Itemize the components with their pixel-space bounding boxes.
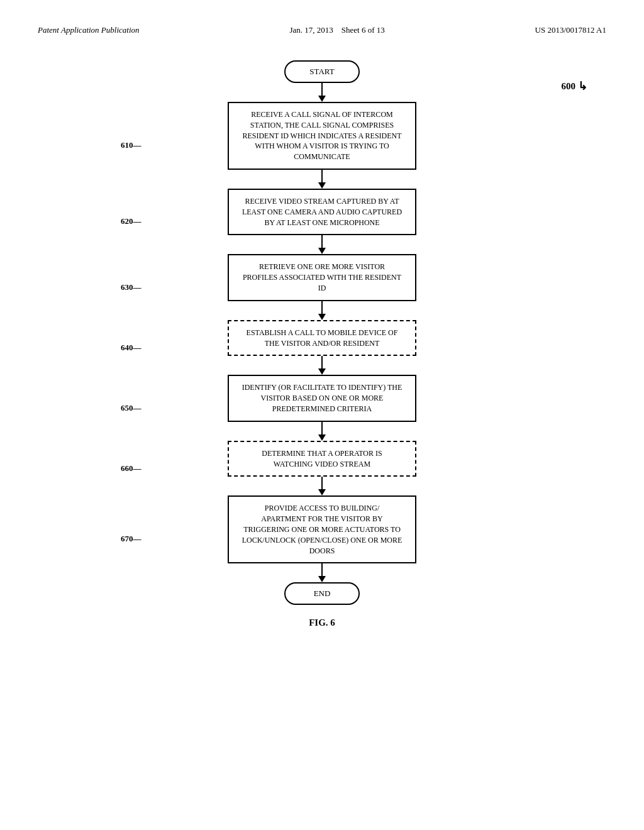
step-620-shape: RECEIVE VIDEO STREAM CAPTURED BY AT LEAS… — [228, 189, 416, 235]
arrow-6 — [318, 477, 326, 495]
step-630-row: 630— RETRIEVE ONE ORE MORE VISITOR PROFI… — [165, 254, 479, 319]
step-660-row: 660— DETERMINE THAT A OPERATOR IS WATCHI… — [165, 441, 479, 496]
step-620-block: RECEIVE VIDEO STREAM CAPTURED BY AT LEAS… — [165, 189, 479, 254]
start-shape: START — [284, 60, 360, 83]
step-620-number: 620 — [121, 216, 133, 226]
fig-reference: 600 ↳ — [562, 79, 588, 93]
step-660-label-container: 660— — [121, 463, 142, 473]
end-label: END — [314, 589, 331, 598]
step-640-number: 640 — [121, 343, 133, 352]
fig-reference-number: 600 — [562, 81, 576, 92]
end-block: END — [165, 582, 479, 605]
start-label: START — [309, 67, 334, 76]
step-630-text: RETRIEVE ONE ORE MORE VISITOR PROFILES A… — [243, 262, 401, 292]
arrow-head-6 — [318, 489, 326, 495]
arrow-head-4 — [318, 368, 326, 375]
arrow-1 — [318, 170, 326, 189]
step-640-row: 640— ESTABLISH A CALL TO MOBILE DEVICE O… — [165, 320, 479, 375]
step-660-text: DETERMINE THAT A OPERATOR IS WATCHING VI… — [262, 449, 382, 468]
fig-reference-arrow: ↳ — [578, 79, 587, 93]
arrow-head-5 — [318, 434, 326, 441]
arrow-2 — [318, 235, 326, 254]
patent-number: US 2013/0017812 A1 — [535, 25, 606, 35]
fig-caption: FIG. 6 — [309, 617, 335, 628]
arrow-head-0 — [318, 96, 326, 102]
fig-caption-text: FIG. 6 — [309, 617, 335, 628]
step-640-block: ESTABLISH A CALL TO MOBILE DEVICE OF THE… — [165, 320, 479, 375]
arrow-head-1 — [318, 182, 326, 189]
step-630-label-container: 630— — [121, 282, 142, 292]
arrow-4 — [318, 356, 326, 375]
step-610-text: RECEIVE A CALL SIGNAL OF INTERCOM STATIO… — [242, 110, 401, 161]
step-620-label-container: 620— — [121, 216, 142, 226]
arrow-head-3 — [318, 314, 326, 320]
page: Patent Application Publication Jan. 17, … — [0, 0, 644, 830]
header-right: US 2013/0017812 A1 — [535, 25, 606, 35]
flow-wrapper: START 610— RECEIVE A CALL SIGNAL OF INTE… — [165, 60, 479, 605]
arrow-5 — [318, 422, 326, 441]
arrow-head-7 — [318, 576, 326, 582]
step-620-text: RECEIVE VIDEO STREAM CAPTURED BY AT LEAS… — [242, 197, 402, 227]
arrow-line-1 — [321, 170, 323, 182]
step-670-number: 670 — [121, 534, 133, 543]
step-660-number: 660 — [121, 463, 133, 473]
arrow-3 — [318, 301, 326, 320]
step-630-block: RETRIEVE ONE ORE MORE VISITOR PROFILES A… — [165, 254, 479, 319]
arrow-head-2 — [318, 248, 326, 254]
step-670-label-container: 670— — [121, 534, 142, 544]
step-640-shape: ESTABLISH A CALL TO MOBILE DEVICE OF THE… — [228, 320, 416, 357]
arrow-line-4 — [321, 356, 323, 368]
step-640-label-container: 640— — [121, 343, 142, 353]
step-610-number: 610 — [121, 140, 133, 150]
start-block: START — [165, 60, 479, 102]
page-header: Patent Application Publication Jan. 17, … — [38, 25, 606, 35]
step-610-label-container: 610— — [121, 140, 142, 150]
header-center: Jan. 17, 2013 Sheet 6 of 13 — [289, 25, 384, 35]
header-left: Patent Application Publication — [38, 25, 140, 35]
step-670-text: PROVIDE ACCESS TO BUILDING/ APARTMENT FO… — [242, 504, 402, 555]
step-630-number: 630 — [121, 282, 133, 292]
step-630-shape: RETRIEVE ONE ORE MORE VISITOR PROFILES A… — [228, 254, 416, 301]
step-650-row: 650— IDENTIFY (OR FACILITATE TO IDENTIFY… — [165, 375, 479, 440]
arrow-line-7 — [321, 563, 323, 576]
arrow-line-2 — [321, 235, 323, 248]
step-640-text: ESTABLISH A CALL TO MOBILE DEVICE OF THE… — [247, 328, 398, 348]
step-610-row: 610— RECEIVE A CALL SIGNAL OF INTERCOM S… — [165, 102, 479, 189]
step-610-block: RECEIVE A CALL SIGNAL OF INTERCOM STATIO… — [165, 102, 479, 189]
step-660-block: DETERMINE THAT A OPERATOR IS WATCHING VI… — [165, 441, 479, 496]
arrow-line-0 — [321, 83, 323, 96]
arrow-0 — [318, 83, 326, 102]
arrow-7 — [318, 563, 326, 582]
step-650-label-container: 650— — [121, 403, 142, 413]
step-650-shape: IDENTIFY (OR FACILITATE TO IDENTIFY) THE… — [228, 375, 416, 421]
step-660-shape: DETERMINE THAT A OPERATOR IS WATCHING VI… — [228, 441, 416, 477]
arrow-line-3 — [321, 301, 323, 314]
diagram-container: 600 ↳ START 610— R — [38, 60, 606, 628]
step-670-block: PROVIDE ACCESS TO BUILDING/ APARTMENT FO… — [165, 495, 479, 582]
step-610-shape: RECEIVE A CALL SIGNAL OF INTERCOM STATIO… — [228, 102, 416, 170]
step-670-shape: PROVIDE ACCESS TO BUILDING/ APARTMENT FO… — [228, 495, 416, 563]
arrow-line-5 — [321, 422, 323, 434]
arrow-line-6 — [321, 477, 323, 489]
header-sheet: Sheet 6 of 13 — [341, 25, 385, 35]
step-670-row: 670— PROVIDE ACCESS TO BUILDING/ APARTME… — [165, 495, 479, 582]
end-shape: END — [284, 582, 360, 605]
publication-label: Patent Application Publication — [38, 25, 140, 35]
step-650-block: IDENTIFY (OR FACILITATE TO IDENTIFY) THE… — [165, 375, 479, 440]
header-date: Jan. 17, 2013 — [289, 25, 333, 35]
step-650-number: 650 — [121, 403, 133, 412]
step-650-text: IDENTIFY (OR FACILITATE TO IDENTIFY) THE… — [242, 383, 402, 413]
step-620-row: 620— RECEIVE VIDEO STREAM CAPTURED BY AT… — [165, 189, 479, 254]
